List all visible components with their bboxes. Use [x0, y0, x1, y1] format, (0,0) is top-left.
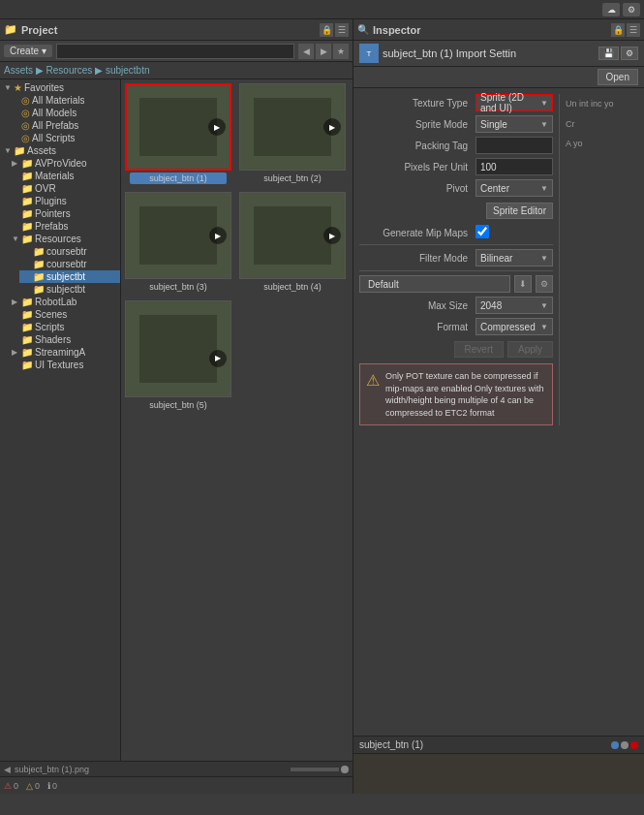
inspector-two-col: Texture Type Sprite (2D and UI) ▼ Sprite…: [359, 94, 638, 425]
asset-thumb-3[interactable]: ▶: [125, 192, 231, 279]
warning-box: ⚠ Only POT texture can be compressed if …: [359, 363, 553, 425]
toolbar-icon-btn-2[interactable]: ▶: [316, 44, 331, 59]
asset-thumb-5[interactable]: ▶: [125, 300, 231, 397]
create-button[interactable]: Create ▾: [4, 45, 52, 57]
error-status: ⚠ 0: [4, 781, 18, 791]
search-input[interactable]: [56, 44, 294, 59]
packing-tag-input[interactable]: [475, 137, 553, 154]
favorites-section: ◎ All Materials ◎ All Models ◎ All Prefa…: [8, 94, 120, 144]
revert-button[interactable]: Revert: [454, 341, 504, 358]
asset-inner-4: [254, 206, 331, 265]
panel-lock-btn[interactable]: 🔒: [320, 23, 333, 37]
tree-item-shaders[interactable]: 📁 Shaders: [8, 333, 120, 346]
pixels-per-unit-value: [475, 158, 553, 175]
open-btn-row: Open: [353, 67, 644, 88]
generate-mip-checkbox[interactable]: [475, 225, 489, 238]
asset-thumb-2[interactable]: ▶: [239, 83, 346, 171]
all-materials-label: All Materials: [32, 95, 84, 106]
pivot-arrow: ▼: [540, 184, 548, 193]
cloud-icon[interactable]: ☁: [602, 3, 620, 16]
slider[interactable]: [291, 768, 339, 771]
resources-label: Resources: [35, 234, 81, 244]
main-layout: 📁 Project 🔒 ☰ Create ▾ ◀ ▶ ★ Assets ▶ Re…: [0, 19, 644, 794]
tree-item-subjectbt2[interactable]: 📁 subjectbt: [19, 283, 120, 296]
asset-save-btn[interactable]: 💾: [598, 47, 619, 60]
tree-item-plugins[interactable]: 📁 Plugins: [8, 195, 120, 207]
tree-item-pointers[interactable]: 📁 Pointers: [8, 207, 120, 220]
warning-status: △ 0: [26, 781, 40, 791]
scripts-icon: 📁: [21, 322, 33, 332]
tree-item-prefabs[interactable]: 📁 Prefabs: [8, 220, 120, 233]
asset-gear-btn[interactable]: ⚙: [621, 47, 638, 60]
asset-item-3[interactable]: ▶ subject_btn (3): [125, 192, 231, 293]
tree-item-ui-textures[interactable]: 📁 UI Textures: [8, 359, 120, 371]
breadcrumb-text[interactable]: Assets ▶ Resources ▶ subjectbtn: [4, 65, 150, 76]
all-models-icon: ◎: [21, 108, 30, 118]
format-select[interactable]: Compressed ▼: [475, 318, 553, 335]
tree-item-materials[interactable]: 📁 Materials: [8, 170, 120, 182]
pointers-label: Pointers: [35, 208, 71, 219]
streaming-arrow: ▶: [12, 348, 19, 357]
inspector-lock-btn[interactable]: 🔒: [611, 23, 625, 37]
tree-assets-header[interactable]: ▼ 📁 Assets: [0, 144, 120, 157]
scripts-label: Scripts: [35, 322, 65, 332]
tree-item-coursebtr2[interactable]: 📁 coursebtr: [19, 258, 120, 270]
tree-item-streaminga[interactable]: ▶ 📁 StreamingA: [8, 346, 120, 359]
filter-mode-select[interactable]: Bilinear ▼: [475, 249, 553, 266]
preview-content: [353, 754, 644, 794]
open-button[interactable]: Open: [598, 69, 638, 85]
error-count: 0: [14, 781, 18, 791]
tree-item-scenes[interactable]: 📁 Scenes: [8, 308, 120, 321]
max-size-select[interactable]: 2048 ▼: [475, 297, 553, 314]
warning-text: Only POT texture can be compressed if mi…: [385, 370, 546, 419]
inspector-menu-btn[interactable]: ☰: [627, 23, 640, 37]
preview-header: subject_btn (1): [353, 737, 644, 754]
tree-item-resources[interactable]: ▼ 📁 Resources: [8, 233, 120, 245]
default-settings-btn[interactable]: ⚙: [536, 275, 553, 293]
tree-favorites-header[interactable]: ▼ ★ Favorites: [0, 81, 120, 94]
tree-item-robotlab[interactable]: ▶ 📁 RobotLab: [8, 296, 120, 308]
pointers-icon: 📁: [21, 208, 33, 219]
apply-button[interactable]: Apply: [507, 341, 553, 358]
play-btn-3[interactable]: ▶: [209, 227, 227, 244]
prefabs-icon: 📁: [21, 221, 33, 232]
generate-mip-label: Generate Mip Maps: [359, 228, 475, 238]
panel-menu-btn[interactable]: ☰: [335, 23, 349, 37]
asset-item-2[interactable]: ▶ subject_btn (2): [239, 83, 346, 184]
pixels-per-unit-input[interactable]: [475, 158, 553, 175]
play-btn-1[interactable]: ▶: [208, 118, 226, 136]
tree-item-all-models[interactable]: ◎ All Models: [8, 107, 120, 119]
default-download-btn[interactable]: ⬇: [514, 275, 532, 293]
favorites-star-icon: ★: [14, 82, 22, 93]
toolbar-icon-btn-1[interactable]: ◀: [298, 44, 314, 59]
tree-item-coursebtr1[interactable]: 📁 coursebtr: [19, 245, 120, 258]
format-text: Compressed: [480, 322, 536, 332]
toolbar-icon-btn-3[interactable]: ★: [333, 44, 349, 59]
robotlab-icon: 📁: [21, 297, 33, 307]
settings-icon[interactable]: ⚙: [623, 3, 640, 16]
tree-item-ovr[interactable]: 📁 OVR: [8, 182, 120, 195]
asset-thumb-1[interactable]: ▶: [125, 83, 231, 171]
tree-item-all-prefabs[interactable]: ◎ All Prefabs: [8, 119, 120, 132]
asset-label-2: subject_btn (2): [244, 172, 341, 184]
action-bar: Revert Apply: [359, 341, 553, 358]
status-bar: ⚠ 0 △ 0 ℹ 0: [0, 776, 353, 794]
asset-item-1[interactable]: ▶ subject_btn (1): [125, 83, 231, 184]
sprite-editor-button[interactable]: Sprite Editor: [486, 203, 553, 219]
play-btn-2[interactable]: ▶: [323, 118, 341, 136]
asset-item-4[interactable]: ▶ subject_btn (4): [239, 192, 346, 293]
texture-type-select[interactable]: Sprite (2D and UI) ▼: [475, 94, 553, 111]
project-panel: 📁 Project 🔒 ☰ Create ▾ ◀ ▶ ★ Assets ▶ Re…: [0, 19, 353, 794]
play-btn-5[interactable]: ▶: [209, 350, 227, 367]
format-label: Format: [359, 322, 475, 332]
tree-item-all-materials[interactable]: ◎ All Materials: [8, 94, 120, 107]
tree-item-avprovideo[interactable]: ▶ 📁 AVProVideo: [8, 157, 120, 170]
asset-item-5[interactable]: ▶ subject_btn (5): [125, 300, 231, 411]
tree-item-scripts[interactable]: 📁 Scripts: [8, 321, 120, 333]
pivot-select[interactable]: Center ▼: [475, 179, 553, 197]
tree-item-subjectbt1[interactable]: 📁 subjectbt: [19, 270, 120, 283]
asset-thumb-4[interactable]: ▶: [239, 192, 346, 279]
tree-item-all-scripts[interactable]: ◎ All Scripts: [8, 132, 120, 144]
play-btn-4[interactable]: ▶: [323, 227, 341, 244]
sprite-mode-select[interactable]: Single ▼: [475, 115, 553, 133]
